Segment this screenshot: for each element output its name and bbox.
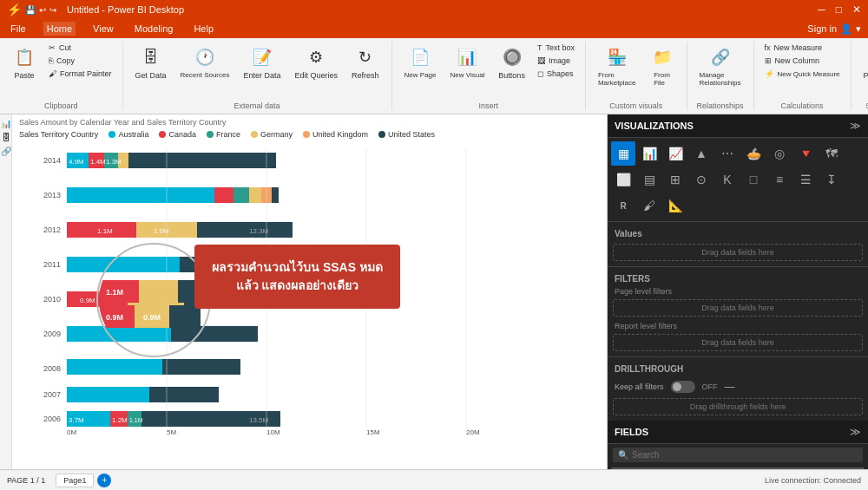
quick-access-redo[interactable]: ↪	[49, 5, 56, 15]
format-painter-button[interactable]: 🖌 Format Painter	[45, 68, 115, 80]
page-tabs: Page1 +	[56, 474, 111, 487]
filters-section: FILTERS Page level filters Drag data fie…	[608, 266, 868, 356]
recent-sources-icon: 🕐	[193, 45, 217, 69]
menu-view[interactable]: View	[89, 22, 117, 36]
viz-line-chart-icon[interactable]: 📈	[663, 141, 687, 166]
fields-search-input[interactable]	[632, 450, 858, 460]
values-drop-zone[interactable]: Drag data fields here	[613, 244, 863, 261]
new-column-button[interactable]: ⊞ New Column	[761, 55, 844, 67]
legend-germany: Germany	[251, 130, 293, 139]
svg-rect-13	[128, 153, 276, 168]
maximize-btn[interactable]: □	[836, 3, 842, 16]
from-marketplace-button[interactable]: 🏪 FromMarketplace	[593, 42, 641, 90]
viz-collapse-btn[interactable]: ≫	[850, 120, 861, 132]
menu-file[interactable]: File	[7, 22, 30, 36]
quick-access-undo[interactable]: ↩	[39, 5, 46, 15]
chart-legend: Sales Territory Country Australia Canada…	[12, 128, 607, 140]
page-tab-1[interactable]: Page1	[56, 474, 94, 487]
new-visual-icon: 📊	[455, 45, 479, 69]
ribbon-clipboard-items: 📋 Paste ✂ Cut ⎘ Copy 🖌 Format Painter	[7, 42, 115, 98]
viz-scatter-icon[interactable]: ⋯	[715, 141, 740, 166]
new-page-button[interactable]: 📄 New Page	[399, 42, 442, 82]
menu-modeling[interactable]: Modeling	[131, 22, 177, 36]
manage-relationships-button[interactable]: 🔗 ManageRelationships	[694, 42, 746, 90]
viz-bar-chart-icon[interactable]: ▦	[611, 141, 635, 166]
data-view-icon[interactable]: 🗄	[1, 132, 11, 142]
viz-pie-icon[interactable]: 🥧	[741, 141, 766, 166]
fields-search-box[interactable]: 🔍	[613, 448, 863, 462]
germany-dot	[251, 131, 258, 138]
buttons-icon: 🔘	[500, 45, 524, 69]
ribbon-external-data: 🗄 Get Data 🕐 Recent Sources 📝 Enter Data…	[123, 42, 392, 110]
viz-multirow-icon[interactable]: ≡	[767, 167, 792, 192]
viz-funnel-icon[interactable]: 🔻	[793, 141, 818, 166]
viz-card-icon[interactable]: □	[741, 167, 766, 192]
enter-data-button[interactable]: 📝 Enter Data	[238, 42, 286, 83]
viz-kpi-icon[interactable]: K	[715, 167, 740, 192]
svg-rect-20	[233, 187, 249, 203]
viz-analytics-icon[interactable]: 📐	[663, 193, 687, 218]
new-quick-measure-button[interactable]: ⚡ New Quick Measure	[761, 68, 844, 80]
text-box-button[interactable]: T Text box	[534, 42, 578, 54]
viz-stacked-bar-icon[interactable]: 📊	[637, 141, 661, 166]
ribbon-relationships: 🔗 ManageRelationships Relationships	[687, 42, 754, 110]
publish-button[interactable]: ☁ Publish	[858, 42, 868, 83]
copy-icon: ⎘	[49, 56, 53, 65]
close-btn[interactable]: ✕	[852, 3, 861, 16]
viz-slicer-icon[interactable]: ☰	[793, 167, 818, 192]
new-visual-button[interactable]: 📊 New Visual	[444, 42, 490, 82]
menu-home[interactable]: Home	[43, 22, 76, 36]
edit-queries-icon: ⚙	[304, 45, 328, 69]
fields-collapse-btn[interactable]: ≫	[850, 426, 861, 438]
report-view-icon[interactable]: 📊	[1, 118, 11, 128]
minimize-btn[interactable]: ─	[818, 3, 825, 16]
get-data-button[interactable]: 🗄 Get Data	[130, 42, 172, 83]
filters-header: FILTERS	[608, 271, 868, 287]
viz-matrix-icon[interactable]: ⊞	[663, 167, 687, 192]
viz-table-icon[interactable]: ▤	[637, 167, 661, 192]
viz-r-script-icon[interactable]: R	[611, 193, 635, 218]
image-button[interactable]: 🖼 Image	[534, 55, 578, 67]
values-header: Values	[608, 225, 868, 242]
shapes-button[interactable]: ◻ Shapes	[534, 68, 578, 80]
title-text: Untitled - Power BI Desktop	[67, 4, 184, 15]
cut-button[interactable]: ✂ Cut	[45, 42, 115, 54]
report-level-drop-zone[interactable]: Drag data fields here	[613, 334, 863, 351]
chart-container[interactable]: 2014 2013 2012 2011 2010 2009 2008 2007 …	[12, 140, 607, 444]
viz-area-chart-icon[interactable]: ▲	[689, 141, 713, 166]
viz-donut-icon[interactable]: ◎	[767, 141, 792, 166]
keep-all-toggle[interactable]	[671, 381, 695, 393]
drillthrough-drop-zone[interactable]: Drag drillthrough fields here	[613, 398, 863, 415]
from-file-icon: 📁	[650, 45, 674, 69]
edit-queries-button[interactable]: ⚙ Edit Queries	[290, 42, 344, 83]
shapes-icon: ◻	[537, 69, 543, 78]
model-view-icon[interactable]: 🔗	[1, 146, 11, 156]
viz-waterfall-icon[interactable]: ↧	[819, 167, 844, 192]
title-bar: ⚡ 💾 ↩ ↪ Untitled - Power BI Desktop ─ □ …	[0, 0, 868, 19]
sign-in-btn[interactable]: Sign in	[807, 23, 837, 34]
quick-access-save[interactable]: 💾	[25, 5, 36, 15]
buttons-button[interactable]: 🔘 Buttons	[493, 42, 530, 83]
page-level-drop-zone[interactable]: Drag data fields here	[613, 299, 863, 317]
paste-button[interactable]: 📋 Paste	[7, 42, 42, 83]
from-file-button[interactable]: 📁 FromFile	[645, 42, 680, 90]
new-measure-button[interactable]: fx New Measure	[761, 42, 844, 54]
viz-format-icon[interactable]: 🖌	[637, 193, 661, 218]
copy-button[interactable]: ⎘ Copy	[45, 55, 115, 67]
menu-help[interactable]: Help	[190, 22, 217, 36]
svg-text:10M: 10M	[266, 428, 280, 436]
svg-rect-41	[67, 359, 162, 375]
add-page-btn[interactable]: +	[97, 474, 111, 487]
svg-text:0M: 0M	[67, 428, 76, 436]
viz-filled-map-icon[interactable]: ⬜	[611, 167, 635, 192]
refresh-button[interactable]: ↻ Refresh	[346, 42, 385, 83]
svg-text:4.9M: 4.9M	[69, 158, 84, 166]
toggle-line-icon: —	[725, 381, 735, 393]
cut-icon: ✂	[49, 43, 56, 52]
svg-text:0.9M: 0.9M	[80, 297, 95, 304]
viz-gauge-icon[interactable]: ⊙	[689, 167, 713, 192]
recent-sources-button[interactable]: 🕐 Recent Sources	[175, 42, 235, 82]
svg-text:1.4M: 1.4M	[90, 158, 106, 166]
viz-map-icon[interactable]: 🗺	[819, 141, 844, 166]
image-icon: 🖼	[537, 56, 545, 65]
